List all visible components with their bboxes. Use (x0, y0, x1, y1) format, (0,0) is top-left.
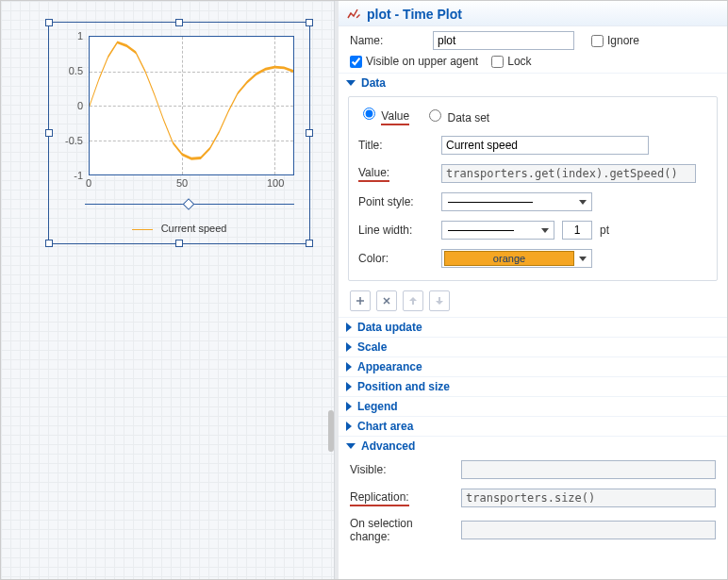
chart-series-line (90, 37, 293, 174)
chart-legend: Current speed (49, 223, 309, 234)
chart-area (89, 36, 294, 175)
chevron-right-icon (346, 362, 352, 372)
resize-handle[interactable] (45, 240, 53, 247)
series-title-input[interactable] (441, 136, 649, 155)
line-width-unit: pt (600, 224, 609, 237)
y-axis-ticks: 1 0.5 0 -0.5 -1 (57, 36, 85, 175)
resize-handle[interactable] (306, 240, 313, 247)
line-width-style-combo[interactable] (441, 221, 554, 240)
resize-handle[interactable] (306, 19, 313, 26)
section-advanced[interactable]: Advanced (339, 436, 727, 456)
adv-replication-label: Replication: (350, 490, 454, 506)
adv-onselchange-input[interactable] (461, 521, 716, 539)
visible-upper-checkbox-wrap[interactable]: Visible on upper agent (350, 55, 478, 68)
cross-icon (382, 296, 391, 306)
point-style-combo[interactable] (441, 192, 592, 211)
value-label: Value: (358, 166, 434, 182)
remove-series-button[interactable] (376, 290, 397, 311)
adv-visible-label: Visible: (350, 463, 454, 476)
adv-onselchange-label: On selection change: (350, 517, 454, 543)
legend-label: Current speed (161, 223, 227, 234)
section-data[interactable]: Data (339, 73, 727, 92)
ignore-checkbox-wrap[interactable]: Ignore (591, 34, 639, 47)
section-scale[interactable]: Scale (339, 337, 727, 356)
point-style-label: Point style: (358, 195, 434, 208)
ignore-checkbox[interactable] (591, 35, 604, 47)
header-object-name: plot (367, 7, 391, 22)
visible-upper-checkbox[interactable] (350, 56, 362, 68)
chevron-right-icon (346, 382, 352, 391)
radio-value[interactable]: Value (358, 105, 409, 125)
move-up-button[interactable] (403, 290, 423, 311)
time-slider[interactable] (57, 200, 302, 209)
chevron-down-icon (346, 80, 356, 86)
chevron-right-icon (346, 342, 352, 352)
title-label: Title: (358, 139, 434, 152)
section-legend[interactable]: Legend (339, 396, 727, 416)
resize-handle[interactable] (175, 240, 183, 247)
adv-visible-input[interactable] (461, 460, 716, 479)
plus-icon (355, 295, 366, 307)
section-chart-area[interactable]: Chart area (339, 416, 727, 436)
resize-handle[interactable] (175, 19, 183, 26)
chevron-right-icon (346, 422, 352, 431)
x-axis-ticks: 0 50 100 (89, 177, 294, 191)
radio-dataset[interactable]: Data set (424, 107, 489, 124)
lock-checkbox-wrap[interactable]: Lock (491, 55, 531, 68)
color-chip: orange (444, 251, 574, 266)
move-down-button[interactable] (429, 290, 450, 311)
properties-header: plot - Time Plot (339, 1, 727, 26)
arrow-up-icon (408, 296, 418, 306)
lock-checkbox[interactable] (491, 56, 504, 68)
section-position-size[interactable]: Position and size (339, 376, 727, 396)
name-label: Name: (350, 34, 425, 47)
header-object-type: Time Plot (403, 7, 462, 22)
color-combo[interactable]: orange (441, 249, 592, 268)
resize-handle[interactable] (45, 129, 53, 137)
line-width-label: Line width: (358, 224, 434, 237)
resize-handle[interactable] (306, 129, 313, 137)
color-label: Color: (358, 252, 434, 265)
data-series-card: Value Data set Title: Value: (348, 96, 718, 281)
arrow-down-icon (435, 296, 444, 306)
plot-selection[interactable]: 1 0.5 0 -0.5 -1 (48, 22, 310, 244)
line-width-input[interactable] (562, 221, 592, 240)
properties-panel: plot - Time Plot Name: Ignore Visible on… (339, 1, 727, 579)
adv-replication-input[interactable] (461, 489, 716, 507)
chevron-down-icon (346, 443, 356, 449)
legend-swatch-icon (132, 229, 153, 230)
chevron-right-icon (346, 402, 352, 411)
chart-line-edit-icon (346, 7, 361, 22)
name-input[interactable] (433, 31, 574, 50)
design-canvas[interactable]: 1 0.5 0 -0.5 -1 (1, 1, 335, 579)
resize-handle[interactable] (45, 19, 53, 26)
value-expression-input[interactable] (441, 164, 696, 183)
add-series-button[interactable] (350, 290, 371, 311)
section-data-update[interactable]: Data update (339, 317, 727, 337)
section-appearance[interactable]: Appearance (339, 356, 727, 376)
plot-preview: 1 0.5 0 -0.5 -1 (57, 30, 302, 196)
canvas-scrollbar[interactable] (328, 410, 334, 452)
chevron-right-icon (346, 323, 352, 332)
